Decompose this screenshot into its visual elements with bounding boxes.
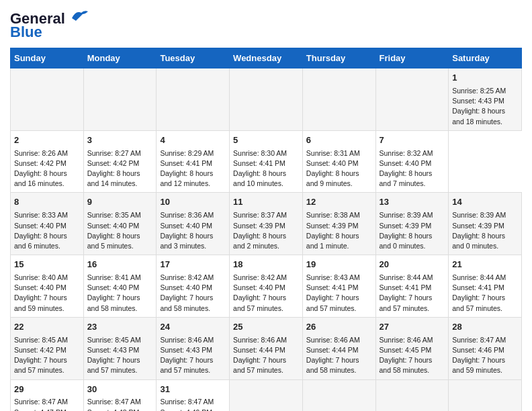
calendar-cell: 24Sunrise: 8:46 AMSunset: 4:43 PMDayligh… bbox=[157, 317, 230, 379]
daylight-text: Daylight: 7 hours and 57 minutes. bbox=[14, 356, 67, 374]
daylight-text: Daylight: 8 hours and 9 minutes. bbox=[306, 169, 359, 187]
day-number: 24 bbox=[160, 321, 226, 334]
col-header-friday: Friday bbox=[375, 48, 449, 68]
sunset-text: Sunset: 4:45 PM bbox=[380, 346, 432, 354]
sunrise-text: Sunrise: 8:47 AM bbox=[14, 398, 68, 406]
logo-blue: Blue bbox=[10, 24, 42, 41]
calendar-cell bbox=[83, 68, 157, 131]
calendar-cell: 1Sunrise: 8:25 AMSunset: 4:43 PMDaylight… bbox=[449, 68, 522, 131]
daylight-text: Daylight: 8 hours and 0 minutes. bbox=[380, 232, 433, 250]
daylight-text: Daylight: 8 hours and 16 minutes. bbox=[14, 169, 67, 187]
sunset-text: Sunset: 4:44 PM bbox=[233, 346, 285, 354]
sunrise-text: Sunrise: 8:46 AM bbox=[380, 336, 433, 344]
calendar-cell: 28Sunrise: 8:47 AMSunset: 4:46 PMDayligh… bbox=[449, 317, 522, 379]
calendar-cell: 8Sunrise: 8:33 AMSunset: 4:40 PMDaylight… bbox=[11, 193, 84, 255]
calendar-cell: 20Sunrise: 8:44 AMSunset: 4:41 PMDayligh… bbox=[375, 255, 449, 318]
sunrise-text: Sunrise: 8:46 AM bbox=[306, 336, 360, 344]
day-number: 26 bbox=[306, 321, 372, 334]
calendar-cell: 19Sunrise: 8:43 AMSunset: 4:41 PMDayligh… bbox=[302, 255, 375, 318]
calendar-cell: 16Sunrise: 8:41 AMSunset: 4:40 PMDayligh… bbox=[83, 255, 157, 318]
day-number: 21 bbox=[452, 259, 518, 271]
sunrise-text: Sunrise: 8:26 AM bbox=[14, 149, 68, 157]
calendar-cell: 17Sunrise: 8:42 AMSunset: 4:40 PMDayligh… bbox=[157, 255, 230, 318]
col-header-sunday: Sunday bbox=[11, 48, 84, 68]
day-number: 19 bbox=[306, 259, 372, 271]
daylight-text: Daylight: 7 hours and 57 minutes. bbox=[160, 356, 213, 374]
col-header-monday: Monday bbox=[83, 48, 157, 68]
daylight-text: Daylight: 8 hours and 14 minutes. bbox=[87, 169, 140, 187]
day-number: 31 bbox=[160, 383, 226, 396]
sunset-text: Sunset: 4:40 PM bbox=[87, 283, 140, 291]
day-number: 23 bbox=[87, 321, 153, 334]
day-number: 3 bbox=[87, 134, 153, 147]
day-number: 2 bbox=[14, 134, 80, 147]
daylight-text: Daylight: 8 hours and 6 minutes. bbox=[14, 232, 67, 250]
day-number: 1 bbox=[452, 72, 518, 85]
day-number: 8 bbox=[14, 196, 80, 209]
sunrise-text: Sunrise: 8:41 AM bbox=[87, 273, 141, 281]
sunset-text: Sunset: 4:39 PM bbox=[233, 222, 285, 230]
day-number: 20 bbox=[380, 259, 445, 271]
sunrise-text: Sunrise: 8:35 AM bbox=[87, 211, 141, 219]
day-number: 5 bbox=[233, 134, 299, 147]
calendar-cell bbox=[302, 379, 375, 411]
sunset-text: Sunset: 4:42 PM bbox=[87, 159, 140, 167]
day-number: 10 bbox=[160, 196, 226, 209]
daylight-text: Daylight: 8 hours and 5 minutes. bbox=[87, 232, 140, 250]
daylight-text: Daylight: 7 hours and 58 minutes. bbox=[160, 293, 213, 312]
sunset-text: Sunset: 4:40 PM bbox=[160, 283, 212, 291]
daylight-text: Daylight: 8 hours and 18 minutes. bbox=[452, 107, 505, 125]
sunset-text: Sunset: 4:41 PM bbox=[160, 159, 212, 167]
sunrise-text: Sunrise: 8:42 AM bbox=[160, 273, 214, 281]
calendar-cell bbox=[449, 379, 522, 411]
daylight-text: Daylight: 7 hours and 57 minutes. bbox=[87, 356, 140, 374]
sunset-text: Sunset: 4:41 PM bbox=[306, 283, 359, 291]
calendar-week-row: 2Sunrise: 8:26 AMSunset: 4:42 PMDaylight… bbox=[11, 130, 522, 193]
daylight-text: Daylight: 8 hours and 1 minute. bbox=[306, 232, 359, 250]
day-number: 4 bbox=[160, 134, 226, 147]
daylight-text: Daylight: 7 hours and 57 minutes. bbox=[380, 293, 433, 312]
sunrise-text: Sunrise: 8:42 AM bbox=[233, 273, 287, 281]
day-number: 15 bbox=[14, 259, 80, 271]
daylight-text: Daylight: 8 hours and 0 minutes. bbox=[452, 232, 505, 250]
sunrise-text: Sunrise: 8:39 AM bbox=[380, 211, 433, 219]
sunrise-text: Sunrise: 8:38 AM bbox=[306, 211, 360, 219]
calendar-cell: 4Sunrise: 8:29 AMSunset: 4:41 PMDaylight… bbox=[157, 130, 230, 193]
day-number: 13 bbox=[380, 196, 445, 209]
calendar-cell: 3Sunrise: 8:27 AMSunset: 4:42 PMDaylight… bbox=[83, 130, 157, 193]
calendar-cell: 18Sunrise: 8:42 AMSunset: 4:40 PMDayligh… bbox=[230, 255, 303, 318]
sunset-text: Sunset: 4:48 PM bbox=[87, 408, 140, 411]
col-header-tuesday: Tuesday bbox=[157, 48, 230, 68]
daylight-text: Daylight: 8 hours and 2 minutes. bbox=[233, 232, 286, 250]
col-header-saturday: Saturday bbox=[449, 48, 522, 68]
day-number: 29 bbox=[14, 383, 80, 396]
calendar-cell: 15Sunrise: 8:40 AMSunset: 4:40 PMDayligh… bbox=[11, 255, 84, 318]
sunrise-text: Sunrise: 8:45 AM bbox=[14, 336, 68, 344]
sunset-text: Sunset: 4:41 PM bbox=[452, 283, 504, 291]
calendar-header-row: SundayMondayTuesdayWednesdayThursdayFrid… bbox=[11, 48, 522, 68]
calendar-cell: 11Sunrise: 8:37 AMSunset: 4:39 PMDayligh… bbox=[230, 193, 303, 255]
daylight-text: Daylight: 7 hours and 57 minutes. bbox=[233, 293, 286, 312]
daylight-text: Daylight: 7 hours and 58 minutes. bbox=[380, 356, 433, 374]
sunrise-text: Sunrise: 8:44 AM bbox=[380, 273, 433, 281]
sunrise-text: Sunrise: 8:25 AM bbox=[452, 87, 506, 95]
sunrise-text: Sunrise: 8:36 AM bbox=[160, 211, 214, 219]
calendar-cell: 9Sunrise: 8:35 AMSunset: 4:40 PMDaylight… bbox=[83, 193, 157, 255]
daylight-text: Daylight: 8 hours and 7 minutes. bbox=[380, 169, 433, 187]
sunrise-text: Sunrise: 8:29 AM bbox=[160, 149, 214, 157]
sunset-text: Sunset: 4:39 PM bbox=[452, 222, 504, 230]
sunset-text: Sunset: 4:40 PM bbox=[160, 222, 212, 230]
sunset-text: Sunset: 4:40 PM bbox=[233, 283, 285, 291]
page-header: General Blue bbox=[10, 10, 522, 41]
logo-bird-icon bbox=[66, 9, 88, 24]
sunset-text: Sunset: 4:42 PM bbox=[14, 346, 66, 354]
day-number: 12 bbox=[306, 196, 372, 209]
sunrise-text: Sunrise: 8:30 AM bbox=[233, 149, 287, 157]
calendar-week-row: 29Sunrise: 8:47 AMSunset: 4:47 PMDayligh… bbox=[11, 379, 522, 411]
calendar-cell: 27Sunrise: 8:46 AMSunset: 4:45 PMDayligh… bbox=[375, 317, 449, 379]
sunrise-text: Sunrise: 8:46 AM bbox=[233, 336, 287, 344]
daylight-text: Daylight: 7 hours and 58 minutes. bbox=[87, 293, 140, 312]
calendar-cell bbox=[302, 68, 375, 131]
day-number: 30 bbox=[87, 383, 153, 396]
calendar-cell: 2Sunrise: 8:26 AMSunset: 4:42 PMDaylight… bbox=[11, 130, 84, 193]
